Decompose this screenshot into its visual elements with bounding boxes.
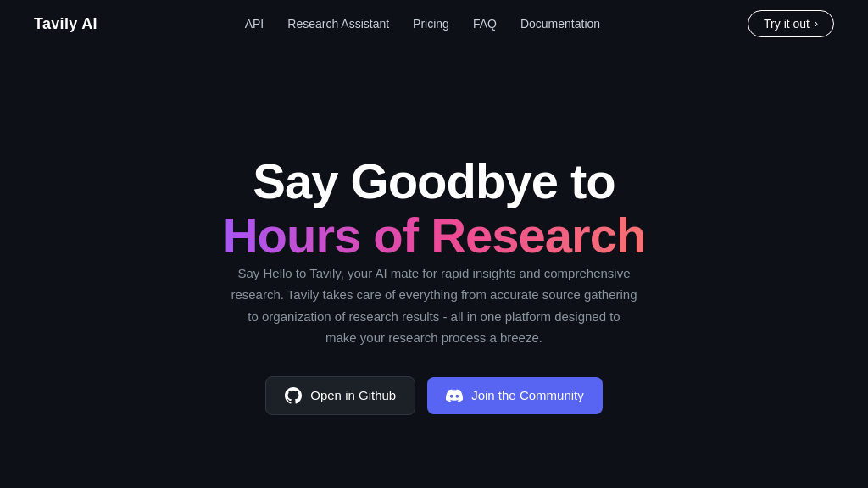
brand-logo: Tavily AI: [34, 15, 97, 33]
nav-link-api[interactable]: API: [245, 17, 264, 30]
nav-link-documentation[interactable]: Documentation: [520, 17, 600, 30]
join-community-button[interactable]: Join the Community: [427, 377, 603, 414]
try-it-out-button[interactable]: Try it out ›: [748, 10, 834, 37]
try-it-out-label: Try it out: [764, 17, 810, 30]
nav-item-pricing[interactable]: Pricing: [413, 16, 449, 31]
github-button-label: Open in Github: [310, 388, 396, 402]
github-icon: [285, 387, 302, 404]
nav-item-research-assistant[interactable]: Research Assistant: [287, 16, 389, 31]
hero-section: Say Goodbye to Hours of Research Say Hel…: [0, 47, 868, 488]
nav-links: API Research Assistant Pricing FAQ Docum…: [245, 16, 600, 31]
nav-link-pricing[interactable]: Pricing: [413, 17, 449, 30]
nav-item-faq[interactable]: FAQ: [473, 16, 497, 31]
hero-buttons: Open in Github Join the Community: [265, 376, 602, 415]
hero-title-line1: Say Goodbye to: [253, 153, 615, 208]
hero-subtitle: Say Hello to Tavily, your AI mate for ra…: [231, 263, 637, 349]
nav-link-faq[interactable]: FAQ: [473, 17, 497, 30]
nav-item-documentation[interactable]: Documentation: [520, 16, 600, 31]
discord-icon: [446, 387, 463, 404]
open-in-github-button[interactable]: Open in Github: [265, 376, 415, 415]
navbar: Tavily AI API Research Assistant Pricing…: [0, 0, 868, 47]
chevron-right-icon: ›: [815, 18, 818, 30]
nav-link-research-assistant[interactable]: Research Assistant: [287, 17, 389, 30]
hero-title-line2: Hours of Research: [223, 208, 646, 263]
hero-title: Say Goodbye to Hours of Research: [223, 154, 646, 263]
nav-item-api[interactable]: API: [245, 16, 264, 31]
community-button-label: Join the Community: [471, 388, 584, 402]
